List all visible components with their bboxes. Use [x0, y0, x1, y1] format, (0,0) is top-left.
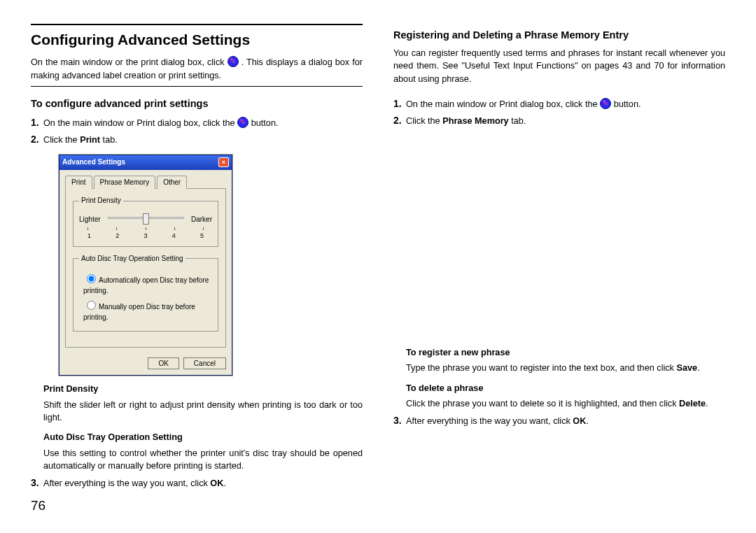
step-3: 3. After everything is the way you want,… [31, 476, 363, 490]
page-number: 76 [31, 498, 46, 513]
settings-icon [600, 98, 611, 109]
text: On the main window or the print dialog b… [31, 57, 227, 67]
text: On the main window or Print dialog box, … [406, 99, 600, 109]
step-text: Click the Phrase Memory tab. [406, 115, 725, 127]
bold-word: Save [677, 363, 698, 373]
tick: 5 [200, 232, 204, 241]
label-darker: Darker [191, 215, 212, 225]
left-column: Configuring Advanced Settings On the mai… [31, 24, 363, 519]
tick: 2 [115, 232, 119, 241]
step-2: 2. Click the Print tab. [31, 132, 363, 146]
label-lighter: Lighter [79, 215, 101, 225]
intro-text: You can register frequently used terms a… [393, 47, 725, 85]
step-1: 1. On the main window or Print dialog bo… [393, 97, 725, 111]
step-number: 2. [393, 113, 403, 127]
text: tab. [509, 116, 526, 126]
text: . [223, 478, 226, 488]
settings-icon [237, 117, 248, 128]
radio-manual-open[interactable]: Manually open Disc tray before printing. [83, 299, 212, 322]
bold-word: OK [573, 416, 586, 426]
text: button. [251, 118, 279, 128]
intro-text: On the main window or the print dialog b… [31, 56, 363, 82]
subheading: To configure advanced print settings [31, 97, 363, 111]
subheading: Registering and Deleting a Phrase Memory… [393, 28, 725, 43]
tick: 3 [144, 232, 147, 241]
print-density-heading: Print Density [43, 383, 363, 395]
step-number: 2. [31, 132, 41, 146]
step-2: 2. Click the Phrase Memory tab. [393, 113, 725, 127]
text: After everything is the way you want, cl… [43, 478, 210, 488]
legend: Auto Disc Tray Operation Setting [79, 254, 186, 264]
tab-strip: Print Phrase Memory Other [65, 176, 226, 190]
dialog-title-text: Advanced Settings [62, 157, 125, 168]
step-1: 1. On the main window or Print dialog bo… [31, 115, 363, 129]
step-text: After everything is the way you want, cl… [406, 415, 725, 427]
dialog-titlebar: Advanced Settings × [59, 155, 232, 170]
step-number: 3. [31, 476, 41, 490]
bold-word: OK [210, 478, 223, 488]
text: . [706, 399, 708, 408]
step-text: On the main window or Print dialog box, … [43, 117, 363, 129]
step-text: On the main window or Print dialog box, … [406, 98, 725, 111]
radio-label: Automatically open Disc tray before prin… [83, 276, 209, 294]
tick: 4 [172, 232, 176, 241]
print-density-body: Shift the slider left or right to adjust… [43, 399, 363, 425]
tab-phrase-memory[interactable]: Phrase Memory [94, 176, 156, 190]
step-number: 1. [31, 115, 41, 129]
rule [31, 86, 363, 87]
section-heading: Configuring Advanced Settings [31, 29, 363, 50]
tick: 1 [88, 232, 91, 241]
tray-heading: Auto Disc Tray Operation Setting [43, 431, 363, 443]
text: . [586, 416, 589, 426]
delete-body: Click the phrase you want to delete so i… [406, 397, 725, 410]
text: button. [614, 99, 641, 109]
tick-labels: 1 2 3 4 5 [88, 232, 204, 241]
dialog-screenshot: Advanced Settings × Print Phrase Memory … [59, 155, 232, 376]
step-text: After everything is the way you want, cl… [43, 477, 363, 490]
print-density-group: Print Density Lighter Darker [73, 196, 218, 247]
text: tab. [100, 135, 118, 145]
spacer [393, 129, 725, 339]
text: On the main window or Print dialog box, … [43, 118, 237, 128]
register-heading: To register a new phrase [406, 346, 725, 359]
ok-button[interactable]: OK [148, 357, 178, 369]
settings-icon [227, 56, 239, 67]
bold-word: Delete [679, 399, 706, 408]
delete-heading: To delete a phrase [406, 382, 725, 395]
cancel-button[interactable]: Cancel [183, 357, 226, 369]
text: Click the [406, 116, 442, 126]
rule [31, 24, 363, 25]
legend: Print Density [79, 196, 123, 206]
density-slider[interactable] [105, 213, 187, 227]
radio-auto-open[interactable]: Automatically open Disc tray before prin… [83, 272, 212, 296]
tab-other[interactable]: Other [157, 176, 187, 190]
advanced-settings-dialog: Advanced Settings × Print Phrase Memory … [59, 155, 232, 376]
text: . [697, 363, 700, 373]
text: After everything is the way you want, cl… [406, 416, 573, 426]
tray-body: Use this setting to control whether the … [43, 447, 363, 473]
step-text: Click the Print tab. [43, 134, 363, 146]
close-icon[interactable]: × [218, 157, 229, 167]
bold-word: Phrase Memory [442, 116, 509, 126]
radio-input[interactable] [87, 301, 96, 310]
text: Click the phrase you want to delete so i… [406, 399, 679, 408]
tray-setting-group: Auto Disc Tray Operation Setting Automat… [73, 254, 218, 332]
text: Type the phrase you want to register int… [406, 363, 677, 373]
tab-panel: Print Density Lighter Darker [65, 188, 226, 348]
step-number: 3. [393, 413, 403, 427]
step-3: 3. After everything is the way you want,… [393, 413, 725, 427]
tab-print[interactable]: Print [65, 176, 92, 190]
text: Click the [43, 135, 80, 145]
right-column: Registering and Deleting a Phrase Memory… [393, 24, 725, 519]
radio-input[interactable] [87, 274, 96, 283]
register-body: Type the phrase you want to register int… [406, 362, 725, 374]
step-number: 1. [393, 97, 403, 111]
bold-word: Print [80, 135, 100, 145]
radio-label: Manually open Disc tray before printing. [83, 303, 195, 321]
